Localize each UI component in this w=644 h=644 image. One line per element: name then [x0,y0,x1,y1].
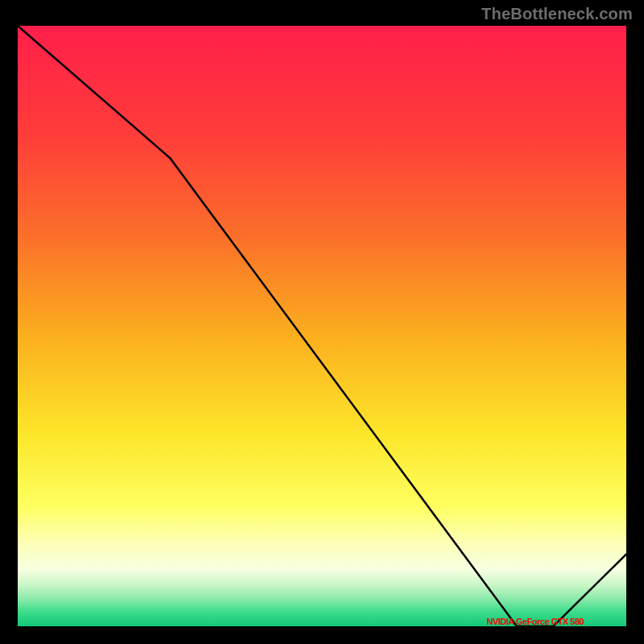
chart-area: NVIDIA GeForce GTX 580 [14,23,630,630]
chart-svg [18,26,626,626]
gradient-background [18,26,626,626]
nvidia-label: NVIDIA GeForce GTX 580 [486,617,584,626]
stage: TheBottleneck.com NVIDIA GeForce GTX 580 [0,0,644,644]
watermark-text: TheBottleneck.com [481,5,633,23]
